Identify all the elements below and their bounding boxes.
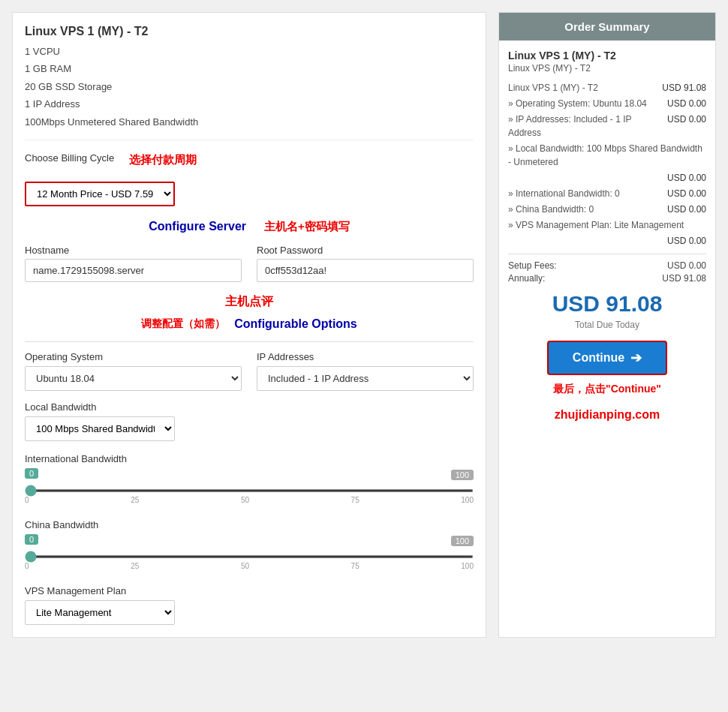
os-label: Operating System [25,351,242,362]
review-annotation: 主机点评 [25,294,474,310]
os-group: Operating System Ubuntu 18.04 Ubuntu 20.… [25,351,242,391]
configure-server-annotation: 主机名+密码填写 [264,220,350,234]
options-divider [25,341,474,342]
ip-label: IP Addresses [257,351,474,362]
order-total-amount: USD 91.08 [508,291,706,317]
product-title: Linux VPS 1 (MY) - T2 [25,25,474,38]
china-bandwidth-section: China Bandwidth 0 100 0 25 50 75 100 [25,519,474,570]
order-total-label: Total Due Today [508,320,706,330]
os-ip-row: Operating System Ubuntu 18.04 Ubuntu 20.… [25,351,474,391]
order-line-1: Linux VPS 1 (MY) - T2 USD 91.08 [508,81,706,95]
main-content: Linux VPS 1 (MY) - T2 1 VCPU 1 GB RAM 20… [12,12,486,638]
adjust-annotation: 调整配置（如需） [141,317,225,331]
root-password-label: Root Password [257,245,474,256]
order-product-name: Linux VPS 1 (MY) - T2 [508,50,706,62]
root-password-group: Root Password [257,245,474,282]
order-line-5: USD 0.00 [508,171,706,185]
billing-label: Choose Billing Cycle [25,152,114,164]
international-bandwidth-section: International Bandwidth 0 100 0 25 50 75… [25,453,474,504]
china-slider-badges: 0 100 [25,534,474,548]
spec-ram: 1 GB RAM [25,60,474,77]
hostname-input[interactable] [25,259,242,282]
configurable-options-title: Configurable Options [234,317,357,331]
vps-management-group: VPS Management Plan Lite Management Full… [25,585,474,625]
product-specs: 1 VCPU 1 GB RAM 20 GB SSD Storage 1 IP A… [25,43,474,131]
hostname-label: Hostname [25,245,242,256]
billing-annotation: 选择付款周期 [129,153,197,167]
configure-server-heading: Configure Server 主机名+密码填写 [25,220,474,234]
china-value-badge: 0 [25,534,38,545]
root-password-input[interactable] [257,259,474,282]
hostname-password-row: Hostname Root Password [25,245,474,282]
product-header: Linux VPS 1 (MY) - T2 1 VCPU 1 GB RAM 20… [25,25,474,140]
international-max-badge: 100 [451,470,474,480]
configurable-options-heading: 调整配置（如需） Configurable Options [25,317,474,331]
vps-management-label: VPS Management Plan [25,585,474,596]
configure-server-title: Configure Server [149,220,246,233]
ip-select[interactable]: Included - 1 IP Address 2 IP Addresses 3… [257,366,474,391]
international-value-badge: 0 [25,468,38,479]
local-bandwidth-select[interactable]: 100 Mbps Shared Bandwidth 200 Mbps Share… [25,416,175,441]
hostname-group: Hostname [25,245,242,282]
final-annotation: 最后，点击"Continue" [508,383,706,396]
international-bandwidth-label: International Bandwidth [25,453,474,464]
order-total: USD 91.08 [508,291,706,317]
china-max-badge: 100 [451,536,474,546]
spec-vcpu: 1 VCPU [25,43,474,60]
order-line-4: » Local Bandwidth: 100 Mbps Shared Bandw… [508,142,706,169]
order-product-sub: Linux VPS (MY) - T2 [508,63,706,74]
international-slider-ticks: 0 25 50 75 100 [25,496,474,504]
brand-annotation: zhujidianping.com [508,408,706,422]
continue-button[interactable]: Continue ➔ [547,341,667,375]
order-line-2: » Operating System: Ubuntu 18.04 USD 0.0… [508,97,706,110]
order-annually: Annually: USD 91.08 [508,273,706,284]
ip-select-wrapper: Included - 1 IP Address 2 IP Addresses 3… [257,366,474,391]
ip-group: IP Addresses Included - 1 IP Address 2 I… [257,351,474,391]
china-bandwidth-slider[interactable] [25,555,474,558]
order-summary-header: Order Summary [499,13,715,41]
os-select-wrapper: Ubuntu 18.04 Ubuntu 20.04 CentOS 7 Debia… [25,366,242,391]
spec-ip: 1 IP Address [25,95,474,113]
billing-select-wrapper: 12 Month Price - USD 7.59 1 Month Price … [25,182,175,206]
vps-management-select[interactable]: Lite Management Full Management [25,600,175,625]
local-bandwidth-label: Local Bandwidth [25,401,474,413]
spec-bandwidth: 100Mbps Unmetered Shared Bandwidth [25,113,474,131]
billing-cycle-row: Choose Billing Cycle 选择付款周期 [25,152,474,168]
continue-btn-wrapper: Continue ➔ [508,341,706,375]
billing-cycle-select[interactable]: 12 Month Price - USD 7.59 1 Month Price … [26,183,173,205]
china-bandwidth-label: China Bandwidth [25,519,474,530]
international-bandwidth-slider[interactable] [25,489,474,492]
order-divider-1 [508,254,706,254]
order-line-3: » IP Addresses: Included - 1 IP Address … [508,113,706,140]
sidebar-body: Linux VPS 1 (MY) - T2 Linux VPS (MY) - T… [499,41,715,431]
order-setup-fees: Setup Fees: USD 0.00 [508,260,706,271]
order-line-6: » International Bandwidth: 0 USD 0.00 [508,187,706,200]
international-slider-badges: 0 100 [25,468,474,482]
order-line-7: » China Bandwidth: 0 USD 0.00 [508,203,706,216]
order-line-8: » VPS Management Plan: Lite Management [508,218,706,232]
china-slider-ticks: 0 25 50 75 100 [25,562,474,570]
spec-storage: 20 GB SSD Storage [25,78,474,95]
order-line-9: USD 0.00 [508,234,706,248]
continue-arrow-icon: ➔ [630,350,642,366]
sidebar: Order Summary Linux VPS 1 (MY) - T2 Linu… [498,12,716,638]
os-select[interactable]: Ubuntu 18.04 Ubuntu 20.04 CentOS 7 Debia… [25,366,242,391]
continue-label: Continue [573,351,624,365]
local-bandwidth-group: Local Bandwidth 100 Mbps Shared Bandwidt… [25,401,474,441]
